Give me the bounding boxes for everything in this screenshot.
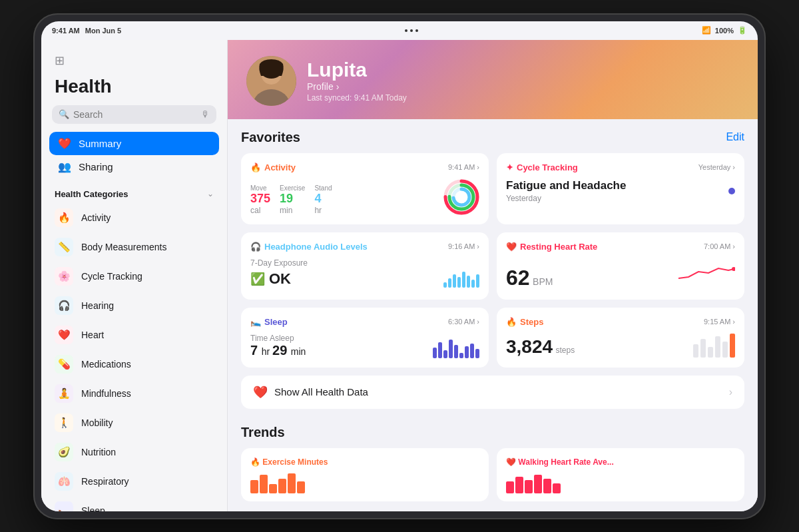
sidebar-item-nutrition[interactable]: 🥑 Nutrition	[41, 437, 227, 467]
summary-label: Summary	[79, 138, 121, 149]
sleep-bar-5	[454, 345, 458, 358]
sidebar-item-sleep[interactable]: 🛌 Sleep	[41, 496, 227, 511]
medications-icon: 💊	[55, 355, 73, 374]
trends-grid: 🔥 Exercise Minutes	[241, 448, 744, 501]
heart-chart-svg	[675, 258, 735, 288]
sleep-content: Time Asleep 7 hr 29 min	[250, 334, 306, 358]
audio-bar-6	[467, 276, 470, 288]
sidebar-item-medications[interactable]: 💊 Medications	[41, 350, 227, 379]
wifi-icon: 📶	[702, 26, 711, 35]
headphone-card[interactable]: 🎧 Headphone Audio Levels 9:16 AM ›	[241, 232, 489, 300]
sidebar-item-activity[interactable]: 🔥 Activity	[41, 203, 227, 232]
heart-rate-card-body: 62 BPM	[506, 258, 735, 290]
main-content: Lupita Profile › Last synced: 9:41 AM To…	[228, 40, 758, 511]
activity-stats: Move 375 cal Exercise 19 min	[250, 184, 332, 215]
bpm-unit: BPM	[533, 276, 553, 287]
content-area: ⊞ Health 🔍 🎙 ❤️ Summary 👥	[41, 40, 758, 511]
heart-rate-chart	[675, 258, 735, 290]
cycle-dot	[728, 188, 735, 194]
sleep-card-title: 🛌 Sleep	[250, 317, 288, 327]
sidebar-toggle-icon[interactable]: ⊞	[55, 53, 65, 68]
sidebar-title: Health	[55, 76, 214, 97]
search-input[interactable]	[73, 109, 197, 120]
heart-icon: ❤️	[55, 326, 73, 344]
activity-card-time: 9:41 AM ›	[448, 163, 479, 171]
show-all-heart-icon: ❤️	[253, 385, 268, 399]
edit-button[interactable]: Edit	[726, 131, 744, 143]
status-dot-1	[405, 29, 407, 32]
sidebar-item-sharing[interactable]: 👥 Sharing	[49, 155, 219, 178]
sidebar-item-hearing[interactable]: 🎧 Hearing	[41, 291, 227, 320]
activity-icon: 🔥	[55, 208, 73, 227]
body-measurements-icon: 📏	[55, 238, 73, 256]
stand-unit: hr	[314, 206, 332, 215]
sleep-bar-8	[470, 344, 474, 358]
exercise-value: 19	[280, 192, 305, 206]
avatar-svg	[246, 56, 296, 106]
sleep-bar-1	[433, 348, 437, 358]
profile-link[interactable]: Profile ›	[307, 81, 739, 92]
activity-rings	[443, 179, 479, 215]
search-icon: 🔍	[59, 109, 69, 119]
sleep-chevron-icon: ›	[477, 318, 479, 326]
headphone-icon: 🎧	[250, 242, 261, 252]
sleep-card[interactable]: 🛌 Sleep 6:30 AM › Time Asleep	[241, 308, 489, 368]
trends-title-row: Trends	[241, 425, 744, 440]
sleep-bar-2	[438, 342, 442, 358]
heart-rate-card[interactable]: ❤️ Resting Heart Rate 7:00 AM ›	[497, 232, 744, 300]
steps-bar-4	[715, 336, 720, 358]
hearing-label: Hearing	[81, 300, 114, 311]
respiratory-icon: 🫁	[55, 472, 73, 491]
headphone-chevron-icon: ›	[477, 242, 479, 250]
chevron-down-icon[interactable]: ⌄	[207, 189, 214, 198]
heart-rate-card-title: ❤️ Resting Heart Rate	[506, 242, 597, 252]
trend-card-exercise[interactable]: 🔥 Exercise Minutes	[241, 448, 489, 501]
sleep-bar-7	[465, 346, 469, 358]
activity-card-header: 🔥 Activity 9:41 AM ›	[250, 162, 479, 172]
audio-bar-1	[443, 282, 447, 288]
sidebar-item-body-measurements[interactable]: 📏 Body Measurements	[41, 232, 227, 262]
sidebar-item-summary[interactable]: ❤️ Summary	[49, 132, 219, 155]
categories-header: Health Categories ⌄	[41, 181, 227, 203]
bpm-content: 62 BPM	[506, 266, 553, 290]
activity-card[interactable]: 🔥 Activity 9:41 AM ›	[241, 153, 489, 224]
sidebar-item-respiratory[interactable]: 🫁 Respiratory	[41, 467, 227, 496]
profile-sync-text: Last synced: 9:41 AM Today	[307, 93, 739, 103]
sleep-bar-9	[475, 349, 479, 358]
cycle-tracking-card[interactable]: ✦ Cycle Tracking Yesterday › F	[497, 153, 744, 224]
sidebar-item-heart[interactable]: ❤️ Heart	[41, 320, 227, 350]
move-stat: Move 375 cal	[250, 184, 270, 215]
sidebar-item-mobility[interactable]: 🚶 Mobility	[41, 408, 227, 437]
cycle-card-header: ✦ Cycle Tracking Yesterday ›	[506, 162, 735, 172]
audio-bar-7	[471, 280, 475, 288]
battery-icon: 🔋	[738, 26, 747, 35]
trend-exercise-bars	[250, 473, 479, 493]
steps-card-title: 🔥 Steps	[506, 317, 543, 327]
move-unit: cal	[250, 206, 270, 215]
profile-header: Lupita Profile › Last synced: 9:41 AM To…	[228, 40, 758, 119]
exercise-stat: Exercise 19 min	[280, 184, 305, 215]
steps-card[interactable]: 🔥 Steps 9:15 AM › 3,824	[497, 308, 744, 368]
sidebar-item-cycle-tracking[interactable]: 🌸 Cycle Tracking	[41, 262, 227, 291]
sharing-icon: 👥	[57, 160, 72, 173]
cycle-card-time: Yesterday ›	[698, 163, 735, 171]
profile-link-text: Profile	[307, 81, 334, 92]
trend-exercise-title: 🔥 Exercise Minutes	[250, 457, 328, 467]
bpm-value: 62	[506, 266, 530, 290]
sleep-card-body: Time Asleep 7 hr 29 min	[250, 334, 479, 358]
steps-bar-6	[730, 334, 735, 358]
search-box[interactable]: 🔍 🎙	[52, 105, 216, 124]
favorites-title: Favorites	[241, 130, 300, 145]
steps-flame-icon: 🔥	[506, 317, 517, 327]
show-all-row[interactable]: ❤️ Show All Health Data ›	[241, 376, 744, 409]
cycle-tracking-label: Cycle Tracking	[81, 271, 142, 282]
status-center	[405, 29, 418, 32]
sidebar: ⊞ Health 🔍 🎙 ❤️ Summary 👥	[41, 40, 228, 511]
cycle-chevron-icon: ›	[732, 163, 735, 171]
trend-card-heart-rate[interactable]: ❤️ Walking Heart Rate Ave...	[497, 448, 744, 501]
stand-stat: Stand 4 hr	[314, 184, 332, 215]
favorites-section: Favorites Edit 🔥 Activity	[228, 119, 758, 419]
sidebar-item-mindfulness[interactable]: 🧘 Mindfulness	[41, 379, 227, 408]
respiratory-label: Respiratory	[81, 476, 129, 487]
trend-heart-bars	[506, 473, 735, 493]
